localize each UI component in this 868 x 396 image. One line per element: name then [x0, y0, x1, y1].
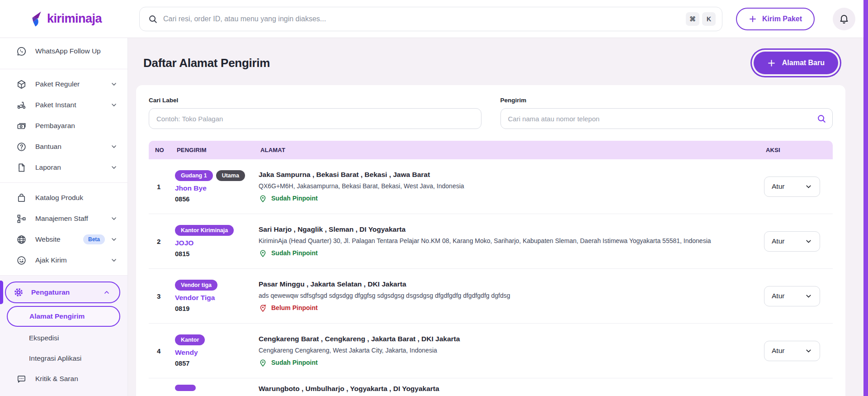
pin-ok-icon — [259, 194, 267, 203]
cari-label-field: Cari Label — [149, 97, 481, 129]
active-indicator — [0, 281, 3, 304]
money-icon — [16, 121, 27, 131]
sender-phone: 0856 — [175, 196, 259, 203]
atur-dropdown[interactable]: Atur — [764, 286, 820, 306]
address-title: Sari Harjo , Ngaglik , Sleman , DI Yogya… — [259, 225, 764, 234]
page-title: Daftar Alamat Pengirim — [143, 56, 270, 70]
chevron-down-icon — [805, 183, 812, 191]
col-aksi: AKSI — [764, 147, 828, 153]
top-header: kiriminaja ⌘ K Kirim Paket — [0, 0, 868, 38]
bag-icon — [16, 193, 27, 203]
beta-badge: Beta — [83, 234, 105, 244]
chevron-down-icon — [110, 143, 118, 150]
pinpoint-status: Sudah Pinpoint — [271, 359, 318, 366]
sender-name: Jhon Bye — [175, 184, 259, 192]
sidebar-item-integrasi-aplikasi[interactable]: Integrasi Aplikasi — [0, 348, 127, 368]
sidebar-item-pembayaran[interactable]: Pembayaran — [0, 115, 127, 136]
pinpoint-status: Sudah Pinpoint — [271, 249, 318, 257]
report-icon — [16, 162, 27, 173]
pengirim-search-input[interactable] — [500, 108, 833, 129]
chevron-down-icon — [805, 347, 812, 355]
sidebar-item-alamat-pengirim[interactable]: Alamat Pengirim — [7, 306, 120, 327]
global-search[interactable]: ⌘ K — [139, 7, 722, 31]
sidebar-item-whatsapp-follow-up[interactable]: WhatsApp Follow Up — [0, 41, 127, 62]
sender-name: Vendor Tiga — [175, 294, 259, 302]
sidebar-item-paket-instant[interactable]: Paket Instant — [0, 95, 127, 115]
whatsapp-icon — [16, 46, 27, 57]
address-detail: ads qewewqw sdfsgfsgd sdgsdgg dfggfsg sd… — [259, 292, 764, 299]
address-title: Jaka Sampurna , Bekasi Barat , Bekasi , … — [259, 171, 764, 179]
cari-label-input[interactable] — [149, 108, 481, 129]
bell-icon — [839, 14, 849, 24]
table-row: 4 Kantor Wendy 0857 Cengkareng Barat , C… — [149, 324, 833, 378]
sidebar-item-ekspedisi[interactable]: Ekspedisi — [0, 328, 127, 348]
sidebar-item-pengaturan[interactable]: Pengaturan — [5, 281, 120, 303]
table-row: 1 Gudang 1 Utama Jhon Bye 0856 Jaka Samp… — [149, 159, 833, 214]
shortcut-keys: ⌘ K — [686, 12, 716, 26]
sender-phone: 0819 — [175, 305, 259, 312]
chevron-down-icon — [110, 257, 118, 264]
sidebar-item-katalog-produk[interactable]: Katalog Produk — [0, 187, 127, 208]
sidebar-item-laporan[interactable]: Laporan — [0, 157, 127, 178]
plus-icon — [749, 15, 757, 23]
sender-name: Wendy — [175, 348, 259, 357]
address-detail: KiriminAja (Head Quarter) 30, Jl. Palaga… — [259, 237, 764, 244]
address-detail: Cengkareng Cengkareng, West Jakarta City… — [259, 347, 764, 354]
chevron-down-icon — [805, 238, 812, 245]
cari-label-label: Cari Label — [149, 97, 481, 104]
sidebar-item-paket-reguler[interactable]: Paket Reguler — [0, 74, 127, 95]
pin-ok-icon — [259, 249, 267, 258]
sidebar-divider — [0, 69, 127, 69]
help-icon — [16, 142, 27, 152]
table-row: Warungboto , Umbulharjo , Yogyakarta , D… — [149, 378, 833, 396]
col-no: NO — [153, 147, 175, 153]
sidebar: WhatsApp Follow Up Paket Reguler Paket I… — [0, 38, 128, 396]
col-alamat: ALAMAT — [259, 147, 764, 153]
sidebar-item-kritik-saran[interactable]: Kritik & Saran — [0, 368, 127, 389]
scrollbar[interactable] — [863, 0, 868, 396]
brand-logo[interactable]: kiriminaja — [29, 11, 128, 27]
pinpoint-status: Belum Pinpoint — [271, 304, 318, 311]
sender-name: JOJO — [175, 239, 259, 247]
table-header: NO PENGIRIM ALAMAT AKSI — [149, 141, 833, 159]
atur-dropdown[interactable]: Atur — [764, 231, 820, 252]
main-content: Daftar Alamat Pengirim Alamat Baru Cari … — [128, 38, 868, 396]
col-pengirim: PENGIRIM — [175, 147, 259, 153]
pin-missing-icon — [259, 304, 267, 312]
chevron-down-icon — [110, 236, 118, 243]
row-number: 3 — [153, 292, 175, 300]
alamat-baru-button[interactable]: Alamat Baru — [754, 52, 838, 74]
plus-icon — [767, 59, 776, 67]
k-key: K — [702, 12, 716, 26]
address-title: Cengkareng Barat , Cengkareng , Jakarta … — [259, 335, 764, 343]
chevron-down-icon — [110, 101, 118, 109]
search-icon — [816, 114, 826, 124]
sidebar-item-manajemen-staff[interactable]: Manajemen Staff — [0, 208, 127, 229]
pin-ok-icon — [259, 358, 267, 367]
kirim-paket-button[interactable]: Kirim Paket — [736, 8, 815, 30]
global-search-input[interactable] — [163, 15, 686, 23]
pengirim-label: Pengirim — [500, 97, 833, 104]
package-icon — [16, 79, 27, 90]
cmd-key: ⌘ — [686, 12, 699, 26]
chevron-down-icon — [805, 292, 812, 300]
sidebar-item-ajak-kirim[interactable]: Ajak Kirim — [0, 250, 127, 271]
pinpoint-status: Sudah Pinpoint — [271, 195, 318, 202]
label-badge — [175, 385, 196, 391]
referral-icon — [16, 255, 27, 266]
label-badge: Vendor tiga — [175, 280, 217, 291]
sidebar-item-website[interactable]: Website Beta — [0, 229, 127, 250]
chevron-down-icon — [110, 215, 118, 222]
atur-dropdown[interactable]: Atur — [764, 177, 820, 197]
notification-button[interactable] — [833, 8, 855, 30]
sidebar-divider — [0, 182, 127, 183]
search-icon — [148, 14, 158, 24]
sidebar-item-bantuan[interactable]: Bantuan — [0, 136, 127, 157]
atur-dropdown[interactable]: Atur — [764, 341, 820, 361]
label-badge: Gudang 1 — [175, 170, 213, 181]
pengirim-field: Pengirim — [500, 97, 833, 129]
sender-phone: 0857 — [175, 360, 259, 367]
sidebar-settings-section: Pengaturan Alamat Pengirim Ekspedisi Int… — [0, 276, 127, 396]
chevron-down-icon — [110, 81, 118, 88]
sender-phone: 0815 — [175, 250, 259, 258]
